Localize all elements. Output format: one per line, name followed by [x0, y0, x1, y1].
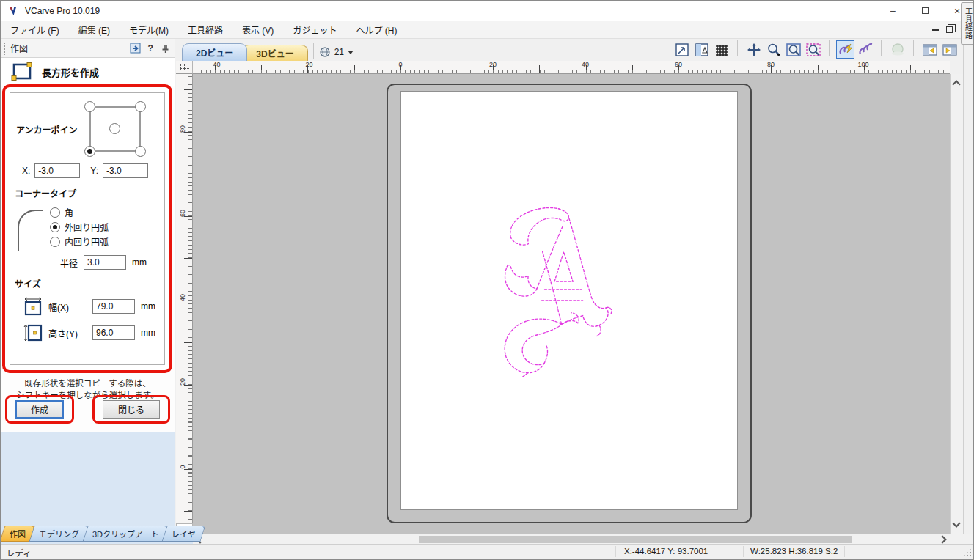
zoom-icon[interactable]: [764, 40, 783, 59]
toolpath-panel-strip: [963, 39, 974, 534]
anchor-center-radio[interactable]: [109, 123, 120, 134]
radius-label: 半径: [60, 257, 78, 269]
y-input[interactable]: [103, 163, 148, 178]
title-bar: VCarve Pro 10.019 − ×: [1, 1, 973, 21]
corner-option-square[interactable]: 角: [50, 206, 109, 218]
tab-layers[interactable]: レイヤ: [162, 526, 206, 542]
panel-title: 作図: [10, 42, 28, 54]
status-selection-size: W:25.823 H:36.819 S:2: [750, 547, 838, 556]
toolbar-separator: [829, 40, 830, 56]
doc-restore-icon[interactable]: [946, 26, 953, 33]
panel-header: 作図 ?: [1, 39, 175, 58]
zoom-drawing-icon[interactable]: [692, 40, 711, 59]
ruler-label: 20: [489, 61, 497, 68]
layer-selector[interactable]: 21: [319, 46, 354, 58]
tab-toolpath-panel[interactable]: 工具経路: [961, 2, 974, 45]
layout-right-icon[interactable]: [940, 40, 959, 59]
layer-count: 21: [334, 47, 344, 57]
ruler-label: 40: [582, 61, 589, 68]
2d-view-canvas[interactable]: [193, 74, 950, 534]
height-icon: [23, 323, 43, 342]
zoom-selection-icon[interactable]: [804, 40, 822, 59]
ruler-label: 20: [179, 375, 186, 388]
zoom-window-icon[interactable]: [784, 40, 802, 59]
create-button[interactable]: 作成: [15, 400, 64, 419]
corner-type-label: コーナータイプ: [15, 187, 160, 199]
tab-2d-view[interactable]: 2Dビュー: [182, 43, 247, 61]
scrollbar-thumb[interactable]: [419, 536, 852, 543]
ruler-label: -40: [210, 61, 220, 68]
ruler-label: 60: [179, 207, 186, 220]
snap-geometry-icon[interactable]: [856, 40, 874, 59]
tool-header: 長方形を作成: [1, 58, 175, 86]
width-input[interactable]: [92, 299, 135, 314]
anchor-bottom-left-radio[interactable]: [84, 146, 95, 157]
anchor-bottom-right-radio[interactable]: [135, 146, 146, 157]
width-label: 幅(X): [48, 301, 87, 313]
y-label: Y:: [90, 166, 98, 176]
menu-file[interactable]: ファイル (F): [1, 21, 69, 38]
ruler-label: 40: [179, 291, 186, 304]
ruler-origin-box[interactable]: [176, 61, 193, 74]
vertical-scrollbar[interactable]: [950, 74, 963, 534]
menu-help[interactable]: ヘルプ (H): [346, 21, 406, 38]
help-icon[interactable]: ?: [147, 43, 155, 54]
window-title: VCarve Pro 10.019: [25, 6, 100, 16]
menu-gadget[interactable]: ガジェット: [283, 21, 346, 38]
maximize-button[interactable]: [909, 1, 941, 21]
panel-tab-strip: 作図 モデリング 3Dクリップアート レイヤ: [1, 526, 193, 544]
radius-unit: mm: [132, 257, 147, 268]
pin-icon[interactable]: [161, 43, 169, 54]
close-form-button[interactable]: 閉じる: [103, 400, 160, 419]
scroll-up-icon[interactable]: [952, 80, 960, 88]
anchor-top-left-radio[interactable]: [84, 101, 95, 112]
menu-toolpath[interactable]: 工具経路: [178, 21, 232, 38]
anchor-point-label: アンカーポイン: [16, 123, 78, 136]
corner-option-external-arc[interactable]: 外回り円弧: [50, 221, 109, 233]
snap-objects-icon[interactable]: [836, 40, 854, 59]
tab-3d-view[interactable]: 3Dビュー: [242, 45, 307, 61]
ruler-label: 60: [675, 61, 682, 68]
toolbar-separator: [737, 40, 738, 56]
highlight-close-button: 閉じる: [92, 395, 170, 424]
scrollbar-corner: [950, 534, 974, 544]
minimize-button[interactable]: −: [876, 1, 909, 21]
vector-letter-a[interactable]: [495, 207, 615, 377]
scroll-right-icon[interactable]: [938, 535, 946, 543]
width-unit: mm: [141, 301, 155, 312]
panel-background: [1, 432, 175, 526]
height-unit: mm: [141, 328, 155, 338]
preview-3d-icon[interactable]: [888, 40, 907, 59]
pan-icon[interactable]: [744, 40, 763, 59]
ruler-label: 80: [767, 61, 775, 68]
chevron-down-icon: [348, 51, 354, 54]
menu-view[interactable]: 表示 (V): [232, 21, 283, 38]
menu-edit[interactable]: 編集 (E): [69, 21, 120, 38]
scroll-down-icon[interactable]: [952, 519, 960, 527]
x-input[interactable]: [34, 163, 80, 178]
toolbar-separator: [881, 40, 882, 56]
ruler-label: 0: [398, 61, 402, 68]
size-label: サイズ: [15, 277, 160, 290]
anchor-top-right-radio[interactable]: [135, 101, 146, 112]
height-input[interactable]: [92, 325, 135, 340]
drag-handle[interactable]: [3, 42, 7, 55]
corner-option-internal-arc[interactable]: 内回り円弧: [50, 235, 109, 248]
zoom-box-icon[interactable]: [673, 40, 691, 59]
rectangle-form: アンカーポイン X: Y: コーナータイプ: [10, 92, 165, 365]
doc-minimize-icon[interactable]: [932, 29, 939, 31]
x-label: X:: [22, 166, 30, 176]
vertical-ruler: 80 60 40 20 0: [176, 74, 193, 534]
resize-grip[interactable]: [963, 548, 972, 557]
layout-left-icon[interactable]: [920, 40, 939, 59]
menu-model[interactable]: モデル(M): [120, 21, 178, 38]
status-bar: レディ X:-44.6417 Y: 93.7001 W:25.823 H:36.…: [1, 544, 973, 559]
horizontal-scrollbar[interactable]: [193, 534, 950, 544]
interactive-tutorial-icon[interactable]: [130, 43, 142, 54]
tab-modeling[interactable]: モデリング: [29, 526, 89, 542]
tab-3d-clipart[interactable]: 3Dクリップアート: [82, 526, 169, 542]
radius-input[interactable]: [84, 255, 126, 270]
grid-icon[interactable]: [712, 40, 730, 59]
status-separator: [844, 546, 845, 557]
tool-title: 長方形を作成: [42, 65, 99, 79]
